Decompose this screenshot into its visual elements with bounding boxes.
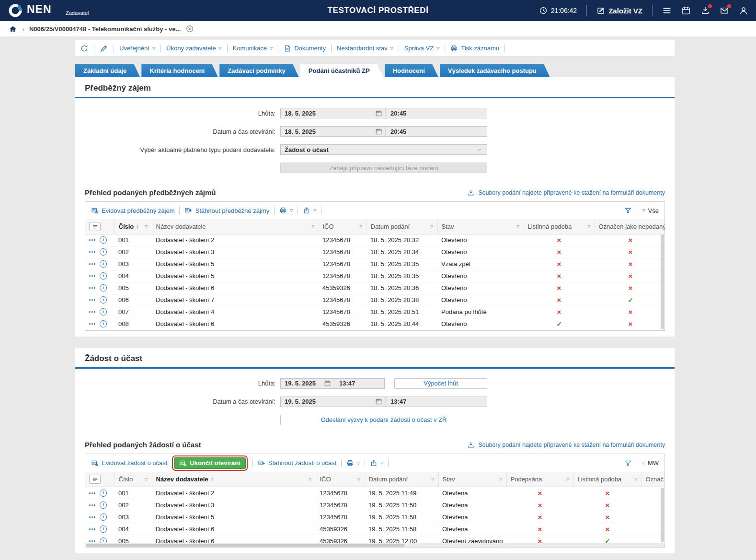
stahnout-predbezne-button[interactable]: Stáhnout předběžné zájmy — [184, 207, 269, 214]
print-table-button[interactable]: ▽ — [346, 459, 360, 467]
row-info-icon[interactable]: i — [100, 284, 107, 292]
downloads-button[interactable] — [700, 6, 710, 15]
row-menu-icon[interactable] — [89, 239, 95, 241]
column-filter-icon[interactable]: ▽ — [311, 224, 314, 229]
table-row[interactable]: i006Dodavatel - školení 71234567818. 5. … — [85, 294, 664, 306]
otevirani-datetime-field[interactable]: 18. 5. 2025 20:45 — [280, 126, 487, 137]
lhuta-datetime-field[interactable]: 19. 5. 2025 13:47 — [280, 378, 385, 389]
row-info-icon[interactable]: i — [100, 296, 107, 303]
menu-icon[interactable] — [662, 6, 672, 15]
menu-dokumenty[interactable]: Dokumenty — [284, 45, 326, 52]
row-menu-icon[interactable] — [89, 504, 95, 506]
column-header[interactable]: IČO▽ — [319, 219, 367, 234]
close-record-icon[interactable] — [185, 24, 194, 33]
row-info-icon[interactable]: i — [100, 502, 107, 509]
filter-icon[interactable] — [624, 459, 632, 467]
print-table-button[interactable]: ▽ — [279, 207, 293, 214]
user-icon[interactable] — [739, 6, 748, 15]
table-row[interactable]: i004Dodavatel - školení 51234567818. 5. … — [85, 270, 664, 282]
menu-ukony-zadavatele[interactable]: Úkony zadavatele▽ — [166, 45, 222, 52]
table-row[interactable]: i003Dodavatel - školení 51234567818. 5. … — [85, 258, 664, 270]
column-header[interactable]: Označ▽ — [641, 472, 664, 487]
view-filter-dropdown[interactable]: ▽ MW — [642, 459, 659, 467]
row-menu-icon[interactable] — [89, 540, 95, 542]
row-menu-icon[interactable] — [89, 251, 95, 253]
row-info-icon[interactable]: i — [100, 513, 107, 521]
row-info-icon[interactable]: i — [100, 308, 107, 315]
column-filter-icon[interactable]: ▽ — [359, 224, 362, 229]
column-filter-icon[interactable]: ▽ — [587, 224, 590, 229]
lhuta-datetime-field[interactable]: 18. 5. 2025 20:45 — [280, 108, 487, 118]
menu-nestandardni-stav[interactable]: Nestandardní stav▽ — [337, 45, 393, 52]
column-header[interactable]: Datum podání▽ — [365, 472, 438, 487]
print-record-button[interactable]: Tisk záznamu — [450, 45, 499, 52]
column-header[interactable]: Podepsána▽ — [506, 472, 573, 487]
export-table-button[interactable]: ▽ — [303, 207, 316, 214]
column-header[interactable]: Číslo▽ — [115, 472, 152, 487]
column-header[interactable]: Název dodavatele▽ — [152, 219, 319, 234]
tab-základní-údaje[interactable]: Základní údaje — [75, 64, 140, 77]
table-row[interactable]: i002Dodavatel - školení 31234567818. 5. … — [85, 246, 664, 258]
table-row[interactable]: i003Dodavatel - školení 51234567819. 5. … — [85, 511, 664, 523]
column-settings-button[interactable] — [85, 219, 115, 234]
pencil-icon[interactable] — [100, 44, 108, 53]
row-info-icon[interactable]: i — [100, 248, 107, 256]
table-row[interactable]: i001Dodavatel - školení 21234567818. 5. … — [85, 234, 664, 246]
menu-sprava-vz[interactable]: Správa VZ▽ — [404, 45, 440, 52]
download-note-link[interactable]: Soubory podání najdete připravené ke sta… — [467, 441, 665, 449]
column-header[interactable]: Listinná podoba▽ — [524, 219, 595, 234]
column-filter-icon[interactable]: ▽ — [309, 477, 311, 481]
create-vz-button[interactable]: Založit VZ — [596, 6, 642, 15]
otevirani-datetime-field[interactable]: 19. 5. 2025 13:47 — [280, 397, 487, 407]
menu-komunikace[interactable]: Komunikace▽ — [233, 45, 273, 52]
column-filter-icon[interactable]: ▽ — [430, 224, 433, 229]
filter-icon[interactable] — [624, 207, 632, 214]
ukoncit-otevirani-button[interactable]: Ukončit otevírání — [174, 457, 245, 469]
stahnout-zadosti-button[interactable]: Stáhnout žádosti o účast — [258, 459, 336, 467]
column-filter-icon[interactable]: ▽ — [634, 477, 637, 481]
calendar-icon[interactable] — [375, 110, 382, 117]
export-table-button[interactable]: ▽ — [370, 459, 383, 467]
row-menu-icon[interactable] — [89, 299, 95, 301]
menu-uverejneni[interactable]: Uveřejnění▽ — [119, 45, 155, 52]
row-menu-icon[interactable] — [89, 275, 95, 277]
column-filter-icon[interactable]: ▽ — [145, 224, 148, 229]
evidovat-predbezny-button[interactable]: Evidovat předběžný zájem — [91, 207, 174, 214]
table-row[interactable]: i008Dodavatel - školení 64535932618. 5. … — [85, 318, 664, 330]
table-row[interactable]: i005Dodavatel - školení 64535932618. 5. … — [85, 282, 664, 294]
column-header[interactable]: Datum podání▽ — [367, 219, 437, 234]
odeslani-vyzvy-button[interactable]: Odeslání výzvy k podání žádosti o účast … — [280, 415, 487, 425]
column-header[interactable]: Označen jako nepodaný▽ — [595, 219, 664, 234]
calendar-icon[interactable] — [375, 398, 382, 405]
table-row[interactable]: i007Dodavatel - školení 41234567818. 5. … — [85, 306, 664, 318]
table-row[interactable]: i002Dodavatel - školení 31234567819. 5. … — [85, 499, 664, 511]
row-menu-icon[interactable] — [89, 263, 95, 265]
row-menu-icon[interactable] — [89, 287, 95, 289]
tab-kritéria-hodnocení[interactable]: Kritéria hodnocení — [141, 64, 218, 77]
horizontal-scrollbar[interactable] — [85, 543, 664, 547]
row-info-icon[interactable]: i — [100, 320, 107, 327]
calendar-icon[interactable] — [324, 380, 331, 387]
column-header[interactable]: IČO▽ — [316, 472, 365, 487]
home-icon[interactable] — [9, 24, 17, 33]
row-info-icon[interactable]: i — [100, 236, 107, 244]
calendar-icon[interactable] — [681, 6, 691, 15]
table-row[interactable]: i001Dodavatel - školení 21234567819. 5. … — [85, 487, 664, 499]
column-filter-icon[interactable]: ▽ — [145, 477, 148, 481]
nen-logo[interactable]: NEN — [8, 3, 52, 18]
vypocet-lhut-button[interactable]: Výpočet lhůt — [394, 378, 487, 389]
tab-zadávací-podmínky[interactable]: Zadávací podmínky — [219, 64, 299, 77]
column-filter-icon[interactable]: ▽ — [499, 477, 502, 481]
row-info-icon[interactable]: i — [100, 272, 107, 280]
row-info-icon[interactable]: i — [100, 490, 107, 497]
vertical-scrollbar[interactable] — [661, 234, 664, 329]
row-info-icon[interactable]: i — [100, 260, 107, 268]
view-filter-dropdown[interactable]: ▽ Vše — [642, 207, 659, 214]
table-row[interactable]: i004Dodavatel - školení 64535932619. 5. … — [85, 523, 664, 535]
refresh-icon[interactable] — [80, 44, 89, 53]
row-menu-icon[interactable] — [89, 492, 95, 494]
column-settings-button[interactable] — [85, 472, 115, 487]
tab-hodnocení[interactable]: Hodnocení — [385, 64, 438, 77]
messages-button[interactable] — [720, 6, 729, 15]
column-filter-icon[interactable]: ▽ — [566, 477, 569, 481]
